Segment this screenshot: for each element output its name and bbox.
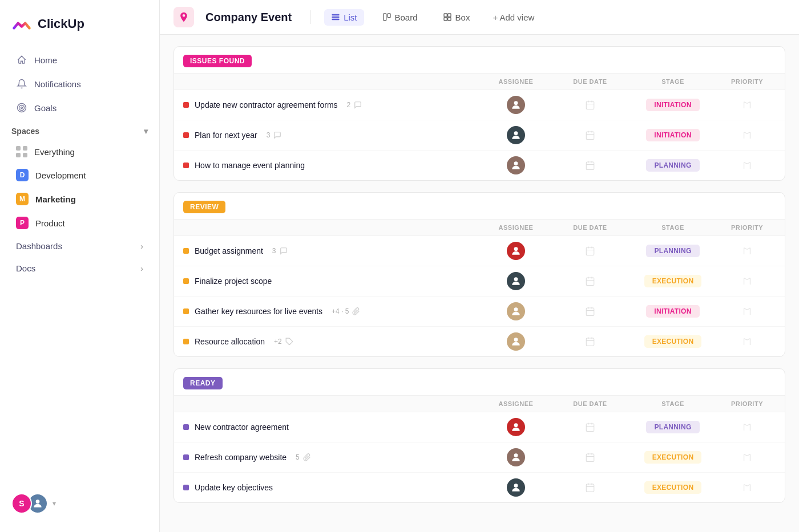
user-avatar-stack[interactable]: S [11, 493, 48, 514]
table-row[interactable]: Refresh company website5EXECUTION [174, 442, 785, 473]
stage-cell[interactable]: PLANNING [627, 159, 719, 172]
section-ready: READYASSIGNEEDUE DATESTAGEPRIORITYNew co… [173, 368, 785, 503]
svg-rect-8 [388, 14, 390, 18]
tab-list-label: List [344, 13, 357, 22]
priority-cell[interactable] [719, 131, 776, 140]
sidebar-item-docs-label: Docs [16, 263, 35, 273]
main-content: Company Event List Board Box + Add view … [160, 0, 799, 532]
assignee-cell [479, 478, 553, 497]
tab-board-label: Board [395, 13, 418, 22]
sidebar-item-product[interactable]: P Product [5, 212, 155, 234]
sidebar-item-development[interactable]: D Development [5, 164, 155, 186]
avatar-s: S [11, 493, 32, 514]
due-date-cell[interactable] [553, 306, 627, 316]
sidebar: ClickUp Home Notifications Goals Spaces … [0, 0, 160, 532]
tab-list[interactable]: List [324, 9, 364, 26]
priority-cell[interactable] [719, 277, 776, 286]
table-row[interactable]: How to manage event planningPLANNING [174, 151, 785, 180]
svg-rect-60 [586, 484, 594, 492]
task-name-text: Resource allocation [195, 337, 265, 346]
sidebar-item-goals[interactable]: Goals [5, 96, 155, 119]
svg-point-18 [514, 131, 518, 135]
priority-cell[interactable] [719, 161, 776, 170]
stage-cell[interactable]: PLANNING [627, 245, 719, 257]
priority-cell[interactable] [719, 100, 776, 109]
section-badge: ISSUES FOUND [183, 55, 252, 67]
spaces-section-header[interactable]: Spaces ▾ [0, 120, 159, 140]
svg-point-1 [19, 105, 25, 111]
due-date-cell[interactable] [553, 422, 627, 432]
col-header-stage: STAGE [627, 78, 719, 85]
col-header-assignee: ASSIGNEE [479, 78, 553, 85]
task-name-cell: How to manage event planning [183, 161, 479, 170]
svg-point-3 [36, 499, 40, 503]
stage-cell[interactable]: EXECUTION [627, 335, 719, 348]
tab-box[interactable]: Box [436, 9, 477, 26]
sidebar-item-everything[interactable]: Everything [5, 141, 155, 163]
stage-badge: INITIATION [646, 129, 699, 141]
add-view-button[interactable]: + Add view [488, 9, 539, 26]
section-badge: REVIEW [183, 201, 225, 213]
due-date-cell[interactable] [553, 452, 627, 462]
col-header-priority: PRIORITY [719, 78, 776, 85]
due-date-cell[interactable] [553, 160, 627, 170]
table-row[interactable]: New contractor agreementPLANNING [174, 412, 785, 442]
sidebar-item-dashboards[interactable]: Dashboards › [5, 235, 155, 257]
section-header-row: READY [174, 369, 785, 396]
sidebar-item-notifications[interactable]: Notifications [5, 72, 155, 95]
table-row[interactable]: Update new contractor agreement forms2IN… [174, 90, 785, 120]
assignee-cell [479, 242, 553, 260]
stage-cell[interactable]: INITIATION [627, 305, 719, 318]
priority-cell[interactable] [719, 483, 776, 492]
task-name-cell: Update key objectives [183, 483, 479, 492]
avatar [507, 302, 525, 320]
priority-cell[interactable] [719, 246, 776, 255]
task-name-text: How to manage event planning [195, 161, 305, 170]
priority-cell[interactable] [719, 423, 776, 432]
stage-cell[interactable]: EXECUTION [627, 451, 719, 464]
stage-badge: PLANNING [646, 159, 699, 172]
sidebar-item-home[interactable]: Home [5, 48, 155, 71]
logo-text: ClickUp [38, 17, 84, 31]
table-row[interactable]: Update key objectivesEXECUTION [174, 473, 785, 502]
due-date-cell[interactable] [553, 246, 627, 256]
avatar [507, 156, 525, 174]
due-date-cell[interactable] [553, 482, 627, 493]
priority-cell[interactable] [719, 307, 776, 316]
tab-board[interactable]: Board [376, 9, 425, 26]
sidebar-item-everything-label: Everything [34, 147, 75, 157]
stage-cell[interactable]: INITIATION [627, 99, 719, 111]
assignee-cell [479, 302, 553, 320]
due-date-cell[interactable] [553, 130, 627, 140]
priority-cell[interactable] [719, 337, 776, 346]
due-date-cell[interactable] [553, 336, 627, 347]
marketing-avatar: M [16, 193, 29, 205]
svg-rect-9 [444, 14, 447, 17]
stage-cell[interactable]: EXECUTION [627, 275, 719, 287]
task-status-dot [183, 424, 189, 430]
stage-cell[interactable]: PLANNING [627, 421, 719, 433]
svg-rect-55 [586, 454, 594, 462]
task-name-text: Update new contractor agreement forms [195, 100, 338, 109]
sidebar-item-docs[interactable]: Docs › [5, 258, 155, 279]
svg-rect-24 [586, 162, 594, 170]
table-row[interactable]: Budget assignment3PLANNING [174, 236, 785, 266]
stage-cell[interactable]: EXECUTION [627, 481, 719, 494]
table-row[interactable]: Resource allocation+2EXECUTION [174, 327, 785, 356]
stage-cell[interactable]: INITIATION [627, 129, 719, 141]
home-icon [16, 54, 27, 66]
table-row[interactable]: Gather key resources for live events+4 ·… [174, 297, 785, 327]
task-name-cell: New contractor agreement [183, 423, 479, 432]
due-date-cell[interactable] [553, 276, 627, 286]
task-name-text: Finalize project scope [195, 277, 272, 286]
due-date-cell[interactable] [553, 100, 627, 110]
table-row[interactable]: Plan for next year3INITIATION [174, 120, 785, 151]
svg-point-28 [514, 247, 518, 251]
svg-point-49 [514, 423, 518, 427]
sidebar-item-marketing[interactable]: M Marketing [5, 188, 155, 210]
stage-badge: EXECUTION [644, 275, 702, 287]
table-row[interactable]: Finalize project scopeEXECUTION [174, 266, 785, 297]
svg-point-33 [514, 277, 518, 281]
col-header-task [183, 78, 479, 85]
priority-cell[interactable] [719, 453, 776, 462]
